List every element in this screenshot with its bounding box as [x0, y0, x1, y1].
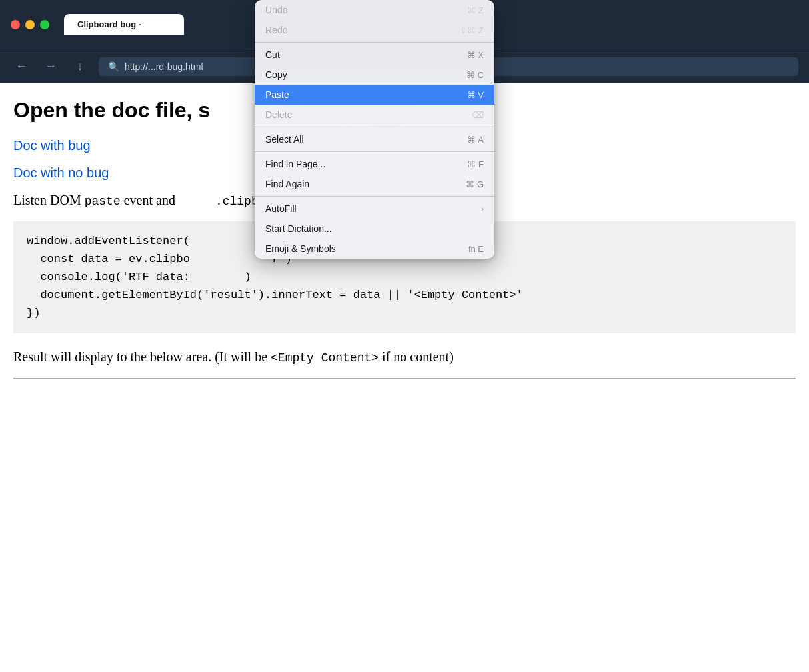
menu-item-delete[interactable]: Delete ⌫ — [255, 105, 494, 125]
forward-button[interactable]: → — [40, 56, 61, 77]
menu-item-copy[interactable]: Copy ⌘ C — [255, 65, 494, 85]
menu-item-autofill[interactable]: AutoFill › — [255, 199, 494, 219]
menu-label-undo: Undo — [265, 5, 287, 15]
menu-label-delete: Delete — [265, 109, 292, 120]
menu-separator-4 — [255, 196, 494, 197]
download-button[interactable]: ↓ — [69, 56, 91, 77]
shortcut-undo: ⌘ Z — [467, 5, 484, 15]
result-area — [13, 392, 796, 459]
menu-item-cut[interactable]: Cut ⌘ X — [255, 45, 494, 65]
menu-separator-2 — [255, 127, 494, 127]
menu-item-redo[interactable]: Redo ⇧⌘ Z — [255, 20, 494, 40]
menu-item-select-all[interactable]: Select All ⌘ A — [255, 129, 494, 149]
active-tab[interactable]: Clipboard bug - — [64, 14, 184, 35]
tab-title: Clipboard bug - — [77, 19, 141, 29]
result-text: Result will display to the below area. (… — [13, 349, 796, 365]
close-button[interactable] — [11, 20, 20, 29]
menu-item-emoji[interactable]: Emoji & Symbols fn E — [255, 239, 494, 259]
shortcut-delete: ⌫ — [472, 110, 484, 120]
menu-label-cut: Cut — [265, 49, 280, 60]
back-button[interactable]: ← — [11, 56, 32, 77]
menu-label-select-all: Select All — [265, 134, 304, 145]
menu-separator-3 — [255, 151, 494, 152]
menu-item-paste[interactable]: Paste ⌘ V — [255, 85, 494, 105]
menu-label-find-page: Find in Page... — [265, 159, 325, 169]
search-icon: 🔍 — [108, 61, 119, 72]
traffic-lights — [11, 20, 49, 29]
menu-item-find-page[interactable]: Find in Page... ⌘ F — [255, 154, 494, 174]
maximize-button[interactable] — [40, 20, 49, 29]
menu-item-dictation[interactable]: Start Dictation... — [255, 219, 494, 239]
shortcut-cut: ⌘ X — [467, 50, 484, 60]
submenu-arrow-autofill: › — [481, 205, 484, 213]
shortcut-select-all: ⌘ A — [467, 135, 484, 145]
menu-label-copy: Copy — [265, 69, 287, 80]
menu-label-emoji: Emoji & Symbols — [265, 243, 336, 254]
shortcut-redo: ⇧⌘ Z — [460, 25, 484, 35]
shortcut-find-again: ⌘ G — [466, 179, 484, 189]
shortcut-copy: ⌘ C — [466, 70, 484, 80]
minimize-button[interactable] — [25, 20, 35, 29]
context-menu: Undo ⌘ Z Redo ⇧⌘ Z Cut ⌘ X Copy ⌘ C Past… — [255, 0, 494, 259]
shortcut-paste: ⌘ V — [467, 90, 484, 100]
shortcut-emoji: fn E — [468, 244, 484, 254]
tab-bar: Clipboard bug - — [64, 14, 184, 35]
result-divider — [13, 378, 796, 379]
menu-separator-1 — [255, 42, 494, 43]
menu-label-find-again: Find Again — [265, 179, 309, 189]
menu-label-redo: Redo — [265, 25, 287, 35]
menu-label-autofill: AutoFill — [265, 203, 297, 214]
menu-label-paste: Paste — [265, 89, 289, 100]
url-text: http://...rd-bug.html — [125, 61, 203, 72]
menu-label-dictation: Start Dictation... — [265, 223, 332, 234]
shortcut-find-page: ⌘ F — [467, 159, 484, 169]
menu-item-find-again[interactable]: Find Again ⌘ G — [255, 174, 494, 194]
menu-item-undo[interactable]: Undo ⌘ Z — [255, 0, 494, 20]
